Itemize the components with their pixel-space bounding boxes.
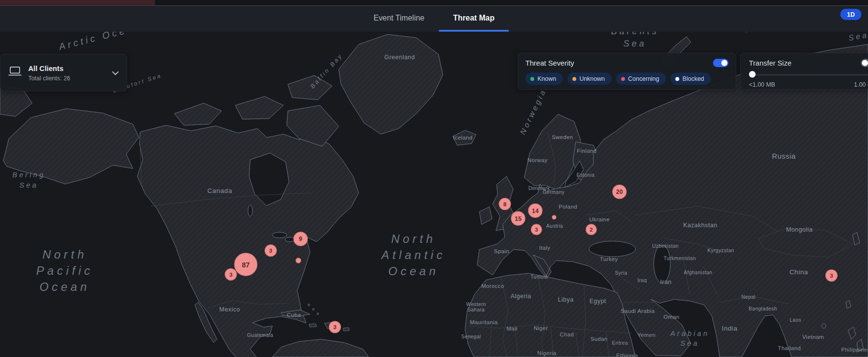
app-window: Arctic OceBeringSeaBeaufort SeaBaffin Ba… xyxy=(0,0,868,357)
slider-track[interactable] xyxy=(753,74,868,75)
severity-dot-concerning xyxy=(621,77,625,81)
threat-bubble-2[interactable]: 2 xyxy=(586,224,597,235)
clients-filter-panel[interactable]: All Clients Total clients: 26 xyxy=(0,54,127,92)
clients-panel-title: All Clients xyxy=(28,64,70,72)
continents xyxy=(0,17,868,357)
transfer-size-panel: Transfer Size <1.00 MB 1.00 GB xyxy=(740,53,868,90)
threat-bubble-15[interactable]: 15 xyxy=(511,211,525,225)
threat-bubble-20[interactable]: 20 xyxy=(612,185,626,199)
world-map xyxy=(0,0,868,357)
header-bar: Event Timeline Threat Map xyxy=(0,5,868,31)
threat-severity-panel: Threat Severity KnownUnknownConcerningBl… xyxy=(518,53,736,90)
severity-legend: KnownUnknownConcerningBlocked xyxy=(525,72,729,85)
threat-bubble-9[interactable]: 9 xyxy=(294,232,308,246)
severity-pill-label: Known xyxy=(538,75,556,82)
threat-bubble-dot[interactable] xyxy=(296,258,301,263)
chevron-down-icon[interactable] xyxy=(112,68,119,77)
time-range-badge[interactable]: 1D xyxy=(840,9,861,20)
severity-pill-label: Unknown xyxy=(579,75,605,82)
toggle-knob xyxy=(862,60,868,66)
transfer-size-toggle[interactable] xyxy=(861,59,868,67)
severity-dot-known xyxy=(530,77,534,81)
clients-total-count: Total clients: 26 xyxy=(28,74,70,81)
threat-bubble-3[interactable]: 3 xyxy=(825,269,838,282)
slider-handle-min[interactable] xyxy=(749,71,756,78)
transfer-max-label: 1.00 GB xyxy=(854,81,868,88)
transfer-size-title: Transfer Size xyxy=(749,59,792,67)
threat-bubble-3[interactable]: 3 xyxy=(265,244,277,257)
clients-text: All Clients Total clients: 26 xyxy=(28,64,70,81)
clients-icon xyxy=(8,66,22,79)
tab-threat-map[interactable]: Threat Map xyxy=(439,5,509,31)
tab-event-timeline[interactable]: Event Timeline xyxy=(359,5,439,31)
toggle-knob xyxy=(721,60,727,66)
threat-bubble-87[interactable]: 87 xyxy=(234,253,258,276)
window-top-strip xyxy=(0,0,868,5)
threat-bubble-3[interactable]: 3 xyxy=(531,224,542,235)
threat-bubble-3[interactable]: 3 xyxy=(329,321,341,333)
severity-pill-label: Blocked xyxy=(683,75,704,82)
threat-bubble-3[interactable]: 3 xyxy=(225,268,237,281)
threat-bubble-14[interactable]: 14 xyxy=(528,203,542,217)
window-accent-strip xyxy=(0,0,155,5)
threat-bubble-8[interactable]: 8 xyxy=(499,198,511,210)
severity-pill-known[interactable]: Known xyxy=(525,72,563,85)
severity-pill-unknown[interactable]: Unknown xyxy=(567,72,611,85)
severity-dot-unknown xyxy=(572,77,576,81)
threat-severity-title: Threat Severity xyxy=(525,59,574,67)
severity-pill-concerning[interactable]: Concerning xyxy=(616,72,666,85)
severity-dot-blocked xyxy=(675,77,679,81)
transfer-size-slider xyxy=(749,71,868,79)
transfer-min-label: <1.00 MB xyxy=(749,81,776,88)
threat-map-canvas[interactable]: Arctic OceBeringSeaBeaufort SeaBaffin Ba… xyxy=(0,0,868,357)
severity-pill-blocked[interactable]: Blocked xyxy=(670,72,711,85)
severity-pill-label: Concerning xyxy=(628,75,660,82)
threat-bubble-dot[interactable] xyxy=(552,215,556,219)
threat-severity-toggle[interactable] xyxy=(713,59,729,67)
